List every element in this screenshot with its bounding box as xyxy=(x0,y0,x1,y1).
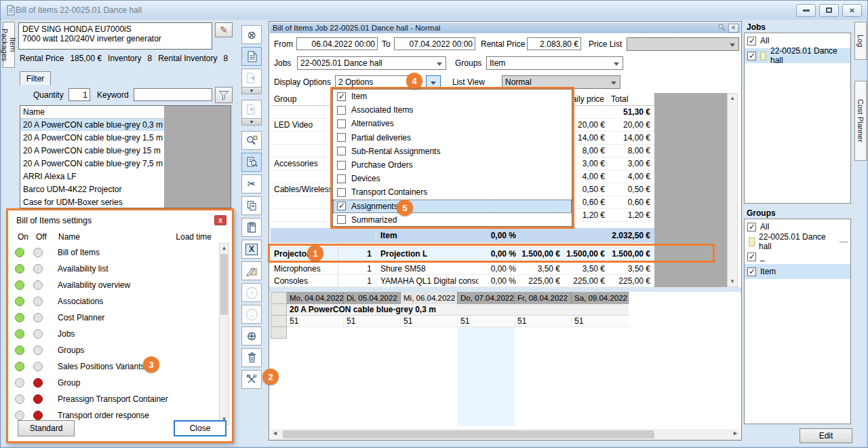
price-list-combo[interactable] xyxy=(627,37,739,51)
on-radio[interactable] xyxy=(15,346,24,355)
minimize-button[interactable] xyxy=(796,4,816,17)
tab-filter[interactable]: Filter xyxy=(20,71,51,86)
rental-price-input[interactable] xyxy=(527,37,581,50)
export-document-dropdown[interactable]: ▼ xyxy=(241,88,262,94)
dropdown-option[interactable]: Partial deliveries xyxy=(333,131,572,145)
on-radio[interactable] xyxy=(15,313,24,322)
jobs-list-item[interactable]: 22-0025.01 Dance hall xyxy=(745,48,850,63)
standard-button[interactable]: Standard xyxy=(18,420,75,436)
checkbox[interactable] xyxy=(337,106,346,115)
dropdown-option[interactable]: Sub-Rental Assignments xyxy=(333,145,572,158)
table-row-projectors[interactable]: Projectors 1 Projection L 0,00 % 1.500,0… xyxy=(271,246,654,261)
table-row-consoles[interactable]: Consoles 1 YAMAHA QL1 Digital console 0,… xyxy=(271,275,654,287)
list-item[interactable]: 20 A PowerCON cable blue-grey 0,3 m xyxy=(20,119,164,132)
on-radio[interactable] xyxy=(15,248,24,257)
header-group[interactable]: Group xyxy=(271,93,338,105)
checkbox[interactable] xyxy=(337,215,346,224)
on-radio[interactable] xyxy=(15,362,24,371)
horizontal-scrollbar[interactable]: ◄ ► xyxy=(271,429,740,440)
tab-item-packages[interactable]: Item Packages xyxy=(3,22,15,68)
export-document-button[interactable] xyxy=(241,69,262,88)
checkbox[interactable] xyxy=(337,202,346,210)
header-total[interactable]: Total xyxy=(608,93,654,105)
dropdown-option-assignments[interactable]: Assignments xyxy=(333,200,572,213)
checkbox[interactable] xyxy=(747,223,756,231)
off-radio[interactable] xyxy=(33,297,43,306)
move-down-button[interactable]: ↓ xyxy=(241,305,262,324)
edit-entry-button[interactable] xyxy=(241,261,262,280)
timeline-day-header[interactable]: Sa, 09.04.2022 xyxy=(572,292,629,304)
groups-list-item[interactable]: 22-0025.01 Dance hall— xyxy=(745,234,850,249)
splitter[interactable] xyxy=(269,287,741,292)
settings-close-footer-button[interactable]: Close xyxy=(174,420,226,436)
timeline-day-header[interactable]: Do, 07.04.2022 xyxy=(458,292,515,304)
edit-item-button[interactable]: ✎ xyxy=(215,22,233,37)
cancel-button[interactable]: ⊗ xyxy=(241,25,262,44)
item-list-header[interactable]: Name xyxy=(20,106,164,119)
table-vertical-scrollbar[interactable]: ▲ ▼ xyxy=(727,93,738,287)
list-item[interactable]: 20 A PowerCON cable blue-grey 7,5 m xyxy=(20,157,164,170)
groups-combo[interactable]: Item xyxy=(486,56,623,70)
checkbox[interactable] xyxy=(337,133,346,142)
checkbox[interactable] xyxy=(337,161,346,170)
off-radio[interactable] xyxy=(33,313,43,322)
dropdown-option[interactable]: Devices xyxy=(333,172,572,185)
checkbox[interactable] xyxy=(747,37,756,45)
summary-row[interactable]: Item 0,00 % 2.032,50 € xyxy=(271,228,654,243)
keyword-input[interactable] xyxy=(134,88,212,101)
list-item[interactable]: Case for UDM-Boxer series xyxy=(20,196,164,208)
on-radio[interactable] xyxy=(15,297,24,306)
checkbox[interactable] xyxy=(747,253,756,261)
on-radio[interactable] xyxy=(15,264,24,274)
checkbox[interactable] xyxy=(337,147,346,155)
off-radio[interactable] xyxy=(33,394,43,404)
list-item[interactable]: ARRI Alexa LF xyxy=(20,170,164,183)
to-input[interactable] xyxy=(394,37,475,50)
timeline-day-header-highlighted[interactable]: Mi, 06.04.2022 xyxy=(401,292,458,304)
close-button[interactable]: ✕ xyxy=(842,4,862,17)
dropdown-option[interactable]: Associated Items xyxy=(333,103,572,117)
paste-button[interactable] xyxy=(241,218,262,237)
groups-list-item[interactable]: Item xyxy=(745,264,850,279)
checkbox[interactable] xyxy=(337,119,346,128)
quantity-input[interactable] xyxy=(68,88,90,101)
off-radio[interactable] xyxy=(33,280,43,290)
checkbox[interactable] xyxy=(337,188,346,197)
checkbox[interactable] xyxy=(747,267,756,276)
on-radio[interactable] xyxy=(15,329,24,339)
timeline-day-header[interactable]: Di, 05.04.2022 xyxy=(344,292,401,304)
groups-list-item[interactable]: _ xyxy=(745,249,850,264)
checkbox[interactable] xyxy=(747,52,756,60)
off-radio[interactable] xyxy=(33,264,43,274)
restore-button[interactable] xyxy=(819,4,839,17)
import-document-dropdown[interactable]: ▼ xyxy=(241,119,262,126)
list-item[interactable]: 20 A PowerCON cable blue-grey 15 m xyxy=(20,145,164,157)
dropdown-option[interactable]: Purchase Orders xyxy=(333,158,572,172)
on-radio[interactable] xyxy=(15,280,24,290)
tab-log[interactable]: Log xyxy=(854,22,867,60)
off-radio[interactable] xyxy=(33,248,43,257)
filter-button[interactable] xyxy=(215,87,233,103)
on-radio[interactable] xyxy=(15,394,24,404)
dropdown-option[interactable]: Alternatives xyxy=(333,117,572,130)
checkbox[interactable] xyxy=(337,174,346,183)
bill-of-items-button[interactable] xyxy=(241,47,262,66)
timeline-day-header[interactable]: Mo, 04.04.2022 xyxy=(287,292,344,304)
table-row-microphones[interactable]: Microphones 1 Shure SM58 0,00 % 3,50 € 3… xyxy=(271,263,654,275)
copy-button[interactable] xyxy=(241,196,262,215)
search-bill-button[interactable] xyxy=(241,153,262,172)
add-button[interactable]: ⊕ xyxy=(241,326,262,346)
jobs-combo[interactable]: 22-0025.01 Dance hall xyxy=(297,56,446,70)
excel-export-button[interactable]: X xyxy=(241,240,262,259)
pin-icon[interactable] xyxy=(717,24,726,32)
from-input[interactable] xyxy=(296,37,378,50)
search-items-button[interactable] xyxy=(241,131,262,150)
off-radio[interactable] xyxy=(33,329,43,339)
settings-tools-button[interactable] xyxy=(241,370,262,389)
cut-button[interactable]: ✂ xyxy=(241,174,262,193)
on-radio[interactable] xyxy=(15,378,24,388)
on-radio[interactable] xyxy=(15,411,24,420)
off-radio[interactable] xyxy=(33,346,43,355)
off-radio[interactable] xyxy=(33,411,43,420)
checkbox[interactable] xyxy=(337,92,346,101)
